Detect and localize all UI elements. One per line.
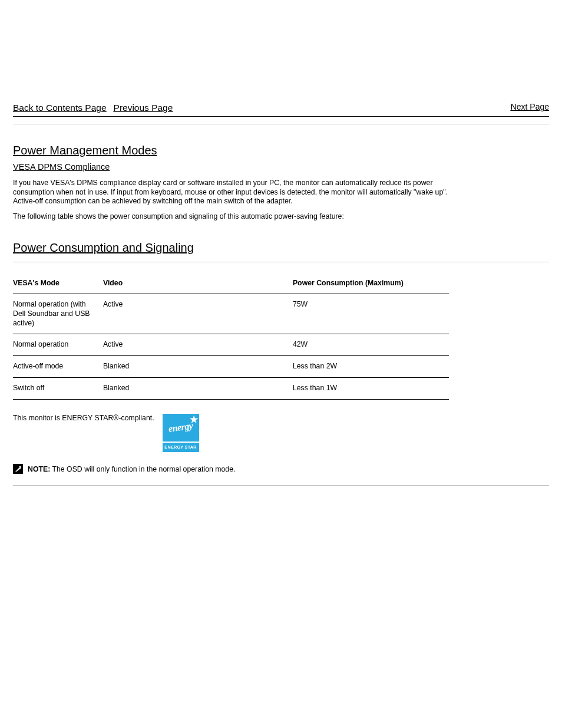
table-row: Normal operation Active 42W (13, 334, 449, 356)
next-page-link[interactable]: Next Page (511, 102, 549, 111)
section-subtitle: VESA DPMS Compliance (13, 162, 549, 173)
table-cell: Normal operation (with Dell Soundbar and… (13, 294, 103, 334)
table-header-row: VESA's Mode Video Power Consumption (Max… (13, 273, 449, 294)
body-paragraph: The following table shows the power cons… (13, 212, 449, 222)
table-cell: 42W (293, 334, 449, 356)
breadcrumb-nav: Back to Contents Page Previous Page Next… (13, 102, 549, 114)
table-header: Power Consumption (Maximum) (293, 273, 449, 294)
table-cell: Active (103, 334, 293, 356)
table-row: Switch off Blanked Less than 1W (13, 377, 449, 399)
note-icon (13, 464, 23, 474)
energy-star-block: This monitor is ENERGY STAR®-compliant. … (13, 414, 549, 452)
table-cell: Less than 2W (293, 356, 449, 378)
table-title: Power Consumption and Signaling (13, 241, 549, 256)
table-header: VESA's Mode (13, 273, 103, 294)
section-title: Power Management Modes (13, 143, 549, 159)
note-block: NOTE: The OSD will only function in the … (13, 464, 549, 475)
power-consumption-table: VESA's Mode Video Power Consumption (Max… (13, 273, 449, 400)
table-cell: Active-off mode (13, 356, 103, 378)
previous-page-link[interactable]: Previous Page (114, 103, 173, 113)
energy-star-logo-caption: ENERGY STAR (163, 442, 199, 452)
table-cell: Less than 1W (293, 377, 449, 399)
table-cell: Switch off (13, 377, 103, 399)
star-icon: ★ (190, 415, 198, 424)
table-cell: Blanked (103, 377, 293, 399)
table-cell: Blanked (103, 356, 293, 378)
table-cell: 75W (293, 294, 449, 334)
table-row: Normal operation (with Dell Soundbar and… (13, 294, 449, 334)
energy-star-logo: energy ★ ENERGY STAR (163, 414, 199, 452)
back-to-contents-link[interactable]: Back to Contents Page (13, 103, 107, 113)
body-paragraph: If you have VESA's DPMS compliance displ… (13, 179, 449, 206)
table-cell: Normal operation (13, 334, 103, 356)
note-text: NOTE: The OSD will only function in the … (28, 465, 235, 475)
table-header: Video (103, 273, 293, 294)
table-row: Active-off mode Blanked Less than 2W (13, 356, 449, 378)
table-cell: Active (103, 294, 293, 334)
energy-star-text: This monitor is ENERGY STAR®-compliant. (13, 414, 154, 452)
power-management-section: Power Management Modes VESA DPMS Complia… (13, 143, 549, 222)
